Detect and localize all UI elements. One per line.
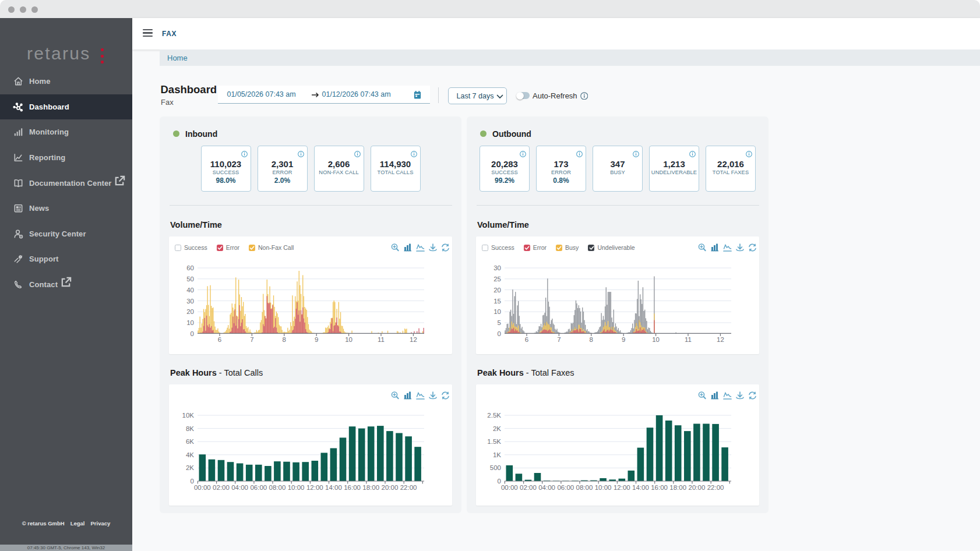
svg-text:10K: 10K bbox=[182, 412, 195, 419]
svg-text:14:00: 14:00 bbox=[632, 484, 649, 491]
svg-text:2K: 2K bbox=[493, 425, 501, 432]
svg-text:2.5K: 2.5K bbox=[487, 412, 501, 419]
svg-text:12:00: 12:00 bbox=[306, 484, 323, 491]
svg-text:8K: 8K bbox=[186, 425, 194, 432]
svg-text:20:00: 20:00 bbox=[382, 484, 399, 491]
svg-text:10:00: 10:00 bbox=[288, 484, 305, 491]
svg-text:02:00: 02:00 bbox=[520, 484, 537, 491]
svg-text:6: 6 bbox=[218, 336, 221, 343]
svg-text:15: 15 bbox=[493, 298, 501, 305]
svg-text:20: 20 bbox=[493, 287, 501, 294]
svg-text:10: 10 bbox=[186, 319, 194, 326]
svg-text:10:00: 10:00 bbox=[595, 484, 612, 491]
svg-text:2K: 2K bbox=[186, 464, 194, 471]
svg-text:500: 500 bbox=[490, 464, 501, 471]
svg-text:0: 0 bbox=[498, 330, 501, 337]
svg-text:18:00: 18:00 bbox=[362, 484, 379, 491]
svg-text:60: 60 bbox=[186, 264, 194, 271]
svg-text:22:00: 22:00 bbox=[707, 484, 724, 491]
svg-text:18:00: 18:00 bbox=[669, 484, 686, 491]
svg-text:9: 9 bbox=[315, 336, 318, 343]
svg-text:14:00: 14:00 bbox=[325, 484, 342, 491]
svg-text:11: 11 bbox=[378, 336, 385, 343]
svg-text:50: 50 bbox=[186, 276, 194, 282]
svg-text:12: 12 bbox=[410, 336, 417, 343]
svg-text:25: 25 bbox=[493, 276, 501, 282]
svg-text:30: 30 bbox=[186, 298, 194, 305]
svg-text:00:00: 00:00 bbox=[501, 484, 518, 491]
svg-text:04:00: 04:00 bbox=[231, 484, 248, 491]
svg-text:22:00: 22:00 bbox=[400, 484, 417, 491]
svg-text:8: 8 bbox=[590, 336, 593, 343]
svg-text:8: 8 bbox=[283, 336, 286, 343]
svg-text:0: 0 bbox=[191, 330, 194, 337]
svg-text:1K: 1K bbox=[493, 451, 501, 458]
svg-text:10: 10 bbox=[345, 336, 352, 343]
svg-text:10: 10 bbox=[652, 336, 660, 343]
svg-text:11: 11 bbox=[685, 336, 692, 343]
svg-text:12:00: 12:00 bbox=[614, 484, 630, 491]
svg-text:20: 20 bbox=[186, 308, 194, 315]
svg-text:4K: 4K bbox=[186, 451, 194, 458]
svg-text:20:00: 20:00 bbox=[689, 484, 706, 491]
svg-text:16:00: 16:00 bbox=[651, 484, 668, 491]
svg-text:06:00: 06:00 bbox=[250, 484, 267, 491]
svg-text:04:00: 04:00 bbox=[538, 484, 555, 491]
svg-text:5: 5 bbox=[498, 319, 501, 326]
svg-text:6: 6 bbox=[525, 336, 528, 343]
svg-text:7: 7 bbox=[557, 336, 560, 343]
svg-text:6K: 6K bbox=[186, 438, 194, 445]
svg-text:1.5K: 1.5K bbox=[487, 438, 501, 445]
svg-text:00:00: 00:00 bbox=[194, 484, 211, 491]
svg-text:08:00: 08:00 bbox=[576, 484, 593, 491]
svg-text:12: 12 bbox=[717, 336, 724, 343]
svg-text:9: 9 bbox=[622, 336, 625, 343]
svg-text:06:00: 06:00 bbox=[557, 484, 574, 491]
svg-text:7: 7 bbox=[250, 336, 253, 343]
svg-text:16:00: 16:00 bbox=[344, 484, 361, 491]
svg-text:40: 40 bbox=[186, 287, 194, 294]
svg-text:08:00: 08:00 bbox=[269, 484, 286, 491]
svg-text:10: 10 bbox=[493, 308, 501, 315]
svg-text:02:00: 02:00 bbox=[213, 484, 230, 491]
svg-text:30: 30 bbox=[493, 264, 501, 271]
